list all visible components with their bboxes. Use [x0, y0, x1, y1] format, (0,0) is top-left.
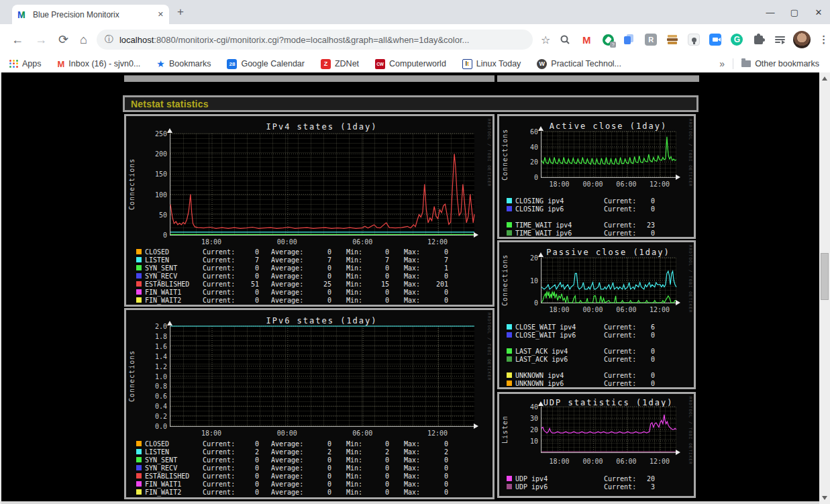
bookmark-inbox[interactable]: MInbox (16) - sjvn0...: [58, 59, 141, 69]
x-tick-label: 12:00: [645, 458, 674, 465]
scroll-up-arrow[interactable]: [822, 77, 827, 81]
scroll-down-arrow[interactable]: [822, 496, 827, 500]
window-close-button[interactable]: ✕: [814, 7, 823, 17]
copy-pages-extension-icon[interactable]: [623, 33, 636, 46]
legend-swatch: [507, 356, 512, 362]
legend-row: TIME_WAIT ipv6Current:0: [507, 229, 691, 237]
graph-ipv4-states[interactable]: IPv4 states (1day)ConnectionsRRDTOOL / T…: [124, 114, 495, 307]
legend-label: FIN_WAIT1: [145, 289, 203, 296]
other-bookmarks[interactable]: Other bookmarks: [741, 59, 819, 68]
legend-swatch: [136, 265, 142, 270]
bookmark-linux-today[interactable]: ltLinux Today: [462, 59, 521, 69]
stat-label: Min:: [346, 264, 366, 272]
graph-active-close[interactable]: Active close (1day)ConnectionsRRDTOOL / …: [497, 114, 696, 239]
legend-label: UNKNOWN ipv4: [515, 372, 604, 379]
plot-area: [170, 134, 474, 236]
back-button[interactable]: ←: [11, 33, 23, 47]
browser-menu-icon[interactable]: ⋮: [819, 34, 829, 46]
rrdtool-watermark: RRDTOOL / TOBI OETIKER: [487, 119, 492, 187]
legend-label: UDP ipv6: [515, 483, 604, 491]
url-host: localhost: [119, 35, 154, 45]
books-icon: [668, 35, 678, 44]
bookmark-computerworld[interactable]: CWComputerworld: [375, 59, 446, 69]
stat-value: 20: [636, 475, 655, 483]
extensions-puzzle-icon[interactable]: [751, 33, 765, 46]
graph-inner: Active close (1day)ConnectionsRRDTOOL / …: [499, 116, 694, 237]
forward-button[interactable]: →: [35, 33, 47, 47]
stat-value: 6: [636, 323, 655, 331]
plot-area: [541, 407, 676, 453]
window-minimize-button[interactable]: —: [766, 7, 775, 17]
stat-value: 0: [424, 456, 448, 464]
y-axis-arrow: [167, 128, 172, 133]
stat-value: 1: [424, 264, 448, 272]
x-tick-label: 06:00: [611, 181, 641, 188]
stat-label: Min:: [346, 272, 366, 280]
stat-label: Current:: [604, 356, 636, 363]
legend-label: ESTABLISHED: [145, 472, 203, 480]
phone-extension-icon[interactable]: ?: [601, 33, 615, 46]
stat-label: Current:: [203, 456, 235, 464]
stat-value: 0: [424, 272, 448, 280]
series-time-wait-ipv4: [541, 137, 676, 164]
bookmark-bookmarks[interactable]: ★Bookmarks: [156, 58, 211, 69]
legend-swatch: [136, 457, 142, 462]
stat-label: Max:: [404, 256, 424, 264]
graph-passive-close[interactable]: Passive close (1day)ConnectionsRRDTOOL /…: [497, 240, 696, 389]
monitorix-page: Netstat statistics IPv4 states (1day)Con…: [0, 72, 819, 504]
browser-tab[interactable]: M M Blue Precision Monitorix ✕: [12, 5, 169, 24]
legend-label: ESTABLISHED: [145, 281, 203, 288]
y-tick-label: 40: [509, 403, 538, 411]
stat-label: Min:: [346, 289, 366, 296]
r-extension-icon[interactable]: R: [644, 33, 658, 46]
tab-close-icon[interactable]: ✕: [158, 10, 164, 19]
vertical-scrollbar[interactable]: [819, 72, 830, 504]
stat-label: Current:: [203, 440, 235, 448]
scrollbar-thumb[interactable]: [821, 253, 829, 300]
y-tick-label: 150: [138, 170, 167, 178]
bookmark-google-calendar[interactable]: 28Google Calendar: [227, 59, 305, 69]
media-queue-icon[interactable]: [773, 33, 786, 46]
y-tick-label: 60: [509, 128, 538, 136]
playlist-icon: [775, 36, 785, 44]
legend-label: SYN_SENT: [145, 264, 203, 272]
stat-label: Max:: [404, 464, 424, 472]
previous-section-box-edge-right: [497, 75, 699, 82]
legend-label: TIME_WAIT ipv4: [515, 221, 604, 229]
bookmark-apps[interactable]: Apps: [9, 59, 42, 68]
lamp-extension-icon[interactable]: [687, 33, 701, 46]
stat-label: Current:: [604, 205, 636, 213]
page-info-icon[interactable]: ⓘ: [105, 34, 113, 46]
stat-value: 0: [366, 264, 389, 272]
bookmark-practical-technology[interactable]: WPractical Technol...: [537, 59, 621, 69]
window-maximize-button[interactable]: ▢: [790, 7, 799, 17]
y-tick-label: 0.0: [138, 423, 167, 430]
bookmark-star-icon[interactable]: ☆: [541, 34, 550, 46]
legend-swatch: [136, 249, 142, 254]
new-tab-button[interactable]: +: [177, 5, 184, 19]
stat-value: 0: [235, 472, 259, 480]
legend: CLOSE_WAIT ipv4Current:6CLOSE_WAIT ipv6C…: [507, 323, 691, 387]
bookmark-label: Linux Today: [476, 59, 521, 68]
zoom-extension-icon[interactable]: [709, 33, 722, 46]
legend-label: FIN_WAIT2: [145, 489, 203, 496]
address-bar[interactable]: ⓘ localhost:8080/monitorix-cgi/monitorix…: [97, 30, 533, 50]
reload-button[interactable]: ⟳: [58, 32, 68, 47]
legend-swatch: [136, 289, 142, 295]
bookmarks-overflow-chevron[interactable]: »: [719, 58, 725, 69]
stat-value: 0: [235, 272, 259, 280]
bookmark-zdnet[interactable]: ZZDNet: [321, 59, 359, 69]
graph-ipv6-states[interactable]: IPv6 states (1day)ConnectionsRRDTOOL / T…: [124, 308, 495, 499]
gmail-extension-icon[interactable]: M: [580, 33, 593, 46]
grammarly-extension-icon[interactable]: G: [730, 33, 743, 46]
gmail-icon: M: [58, 59, 65, 69]
profile-avatar[interactable]: [793, 31, 811, 48]
home-button[interactable]: ⌂: [80, 33, 87, 47]
url-text[interactable]: localhost:8080/monitorix-cgi/monitorix.c…: [119, 35, 469, 45]
x-axis-arrow: [474, 232, 478, 238]
graph-udp-statistics[interactable]: UDP statistics (1day)ListenRRDTOOL / TOB…: [497, 392, 696, 498]
stat-value: 0: [424, 481, 448, 488]
search-extension-icon[interactable]: [558, 33, 572, 46]
chart-title: UDP statistics (1day): [541, 398, 676, 407]
books-extension-icon[interactable]: [666, 33, 679, 46]
